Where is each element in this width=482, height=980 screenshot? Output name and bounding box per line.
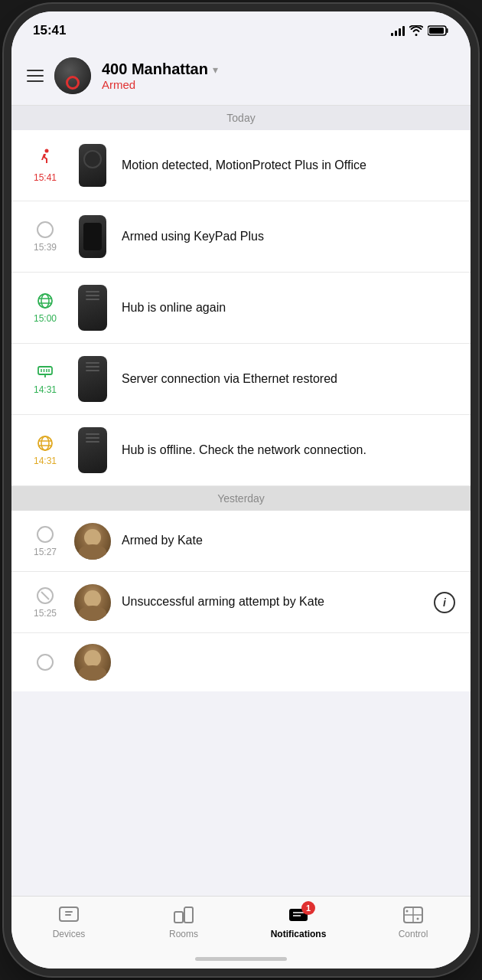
notification-item[interactable]: 15:27 Armed by Kate — [11, 511, 471, 572]
status-bar: 15:41 — [11, 11, 471, 50]
notif-time: 15:25 — [34, 608, 57, 619]
notification-item[interactable]: 15:25 Unsuccessful arming attempt by Kat… — [11, 572, 471, 633]
notif-time: 15:39 — [34, 242, 57, 253]
notif-time: 15:27 — [34, 547, 57, 557]
wifi-icon — [409, 25, 423, 36]
notif-text: Unsuccessful arming attempt by Kate — [122, 593, 423, 610]
location-name: 400 Manhattan — [102, 60, 208, 78]
hub-avatar — [54, 57, 91, 94]
user-avatar — [74, 584, 111, 621]
nav-control-label: Control — [399, 929, 428, 939]
svg-point-15 — [41, 436, 49, 450]
time-icon-col: 15:27 — [27, 525, 64, 557]
notification-item[interactable]: 14:31 Server connection via Ethernet res… — [11, 344, 471, 415]
svg-rect-1 — [429, 28, 444, 34]
notif-text: Motion detected, MotionProtect Plus in O… — [122, 157, 455, 174]
notif-time: 15:41 — [34, 172, 57, 183]
device-image — [74, 283, 111, 332]
section-today: Today — [11, 106, 471, 130]
nav-control[interactable]: Control — [356, 904, 471, 939]
device-image — [74, 354, 111, 403]
notifications-icon-wrap: 1 — [285, 904, 312, 926]
nav-rooms[interactable]: Rooms — [126, 904, 241, 939]
nav-devices-label: Devices — [53, 929, 86, 939]
battery-icon — [428, 25, 449, 36]
notif-text: Armed by Kate — [122, 532, 455, 549]
device-image — [74, 426, 111, 475]
main-content: Today 15:41 Motion detected, MotionProte… — [11, 106, 471, 890]
svg-point-14 — [38, 436, 52, 450]
devices-icon-wrap — [55, 904, 83, 926]
arm-status: Armed — [102, 78, 218, 91]
notif-text: Armed using KeyPad Plus — [122, 228, 455, 245]
svg-rect-25 — [174, 912, 183, 923]
device-image — [74, 141, 111, 190]
status-icons — [391, 25, 449, 36]
svg-point-5 — [41, 294, 49, 308]
nav-rooms-label: Rooms — [169, 929, 198, 939]
notif-text: Hub is offline. Check the network connec… — [122, 442, 455, 459]
time-icon-col: 14:31 — [27, 434, 64, 466]
notif-time: 15:00 — [34, 313, 57, 324]
nav-devices[interactable]: Devices — [11, 904, 126, 939]
nav-notifications[interactable]: 1 Notifications — [241, 904, 356, 939]
section-yesterday: Yesterday — [11, 486, 471, 511]
notif-text: Hub is online again — [122, 299, 455, 316]
notification-item[interactable]: 14:31 Hub is offline. Check the network … — [11, 415, 471, 486]
status-time: 15:41 — [33, 23, 66, 38]
time-icon-col: 15:39 — [27, 220, 64, 253]
user-avatar — [74, 523, 111, 560]
control-icon-wrap — [399, 904, 427, 926]
signal-icon — [391, 25, 405, 36]
motion-icon — [36, 148, 54, 169]
offline-icon — [36, 434, 54, 452]
time-icon-col: 15:41 — [27, 148, 64, 183]
info-button[interactable]: i — [434, 592, 455, 613]
header: 400 Manhattan ▾ Armed — [11, 50, 471, 106]
svg-point-18 — [37, 527, 53, 542]
time-icon-col: 15:00 — [27, 292, 64, 324]
partial-icon — [36, 653, 54, 671]
arm-icon — [36, 220, 54, 239]
svg-point-3 — [37, 222, 53, 237]
time-icon-col — [27, 653, 64, 671]
online-icon — [36, 292, 54, 310]
notifications-badge: 1 — [301, 901, 315, 915]
chevron-down-icon: ▾ — [213, 64, 218, 76]
time-icon-col: 14:31 — [27, 363, 64, 395]
notification-item[interactable]: 15:41 Motion detected, MotionProtect Plu… — [11, 130, 471, 201]
menu-button[interactable] — [27, 70, 44, 82]
notif-time: 14:31 — [34, 384, 57, 395]
device-image — [74, 212, 111, 261]
notif-time: 14:31 — [34, 456, 57, 466]
header-title: 400 Manhattan ▾ Armed — [102, 60, 218, 91]
arm-icon — [36, 525, 54, 544]
control-icon — [402, 906, 424, 924]
user-avatar-partial — [74, 644, 111, 681]
ethernet-icon — [36, 363, 54, 381]
partial-notification-item — [11, 633, 471, 691]
svg-rect-26 — [184, 907, 193, 923]
rooms-icon — [173, 906, 194, 924]
svg-point-2 — [45, 149, 49, 153]
failed-arm-icon — [36, 586, 54, 605]
notification-item[interactable]: 15:00 Hub is online again — [11, 273, 471, 344]
notif-text: Server connection via Ethernet restored — [122, 371, 455, 387]
home-indicator — [195, 957, 287, 961]
svg-rect-8 — [38, 367, 52, 374]
svg-point-21 — [37, 655, 53, 670]
svg-point-4 — [38, 294, 52, 308]
header-location[interactable]: 400 Manhattan ▾ — [102, 60, 218, 78]
notification-item[interactable]: 15:39 Armed using KeyPad Plus — [11, 201, 471, 273]
devices-icon — [58, 906, 80, 924]
rooms-icon-wrap — [170, 904, 197, 926]
time-icon-col: 15:25 — [27, 586, 64, 619]
nav-notifications-label: Notifications — [271, 929, 327, 939]
svg-line-20 — [41, 592, 49, 599]
